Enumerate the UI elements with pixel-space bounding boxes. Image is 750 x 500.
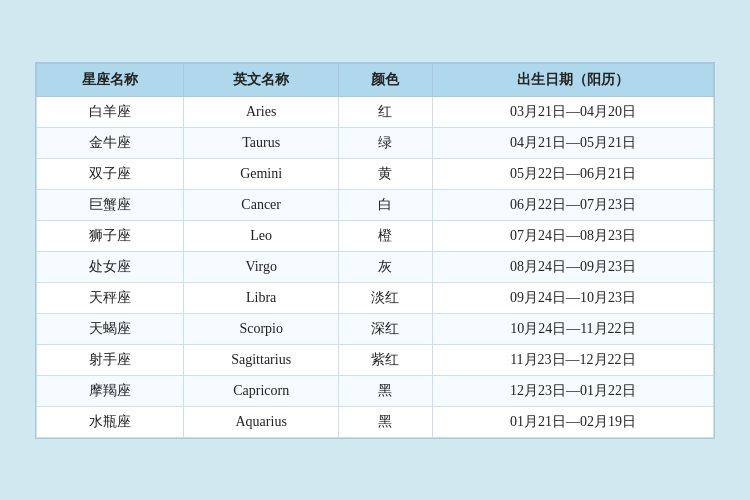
cell-color: 灰 — [339, 251, 433, 282]
table-row: 摩羯座Capricorn黑12月23日—01月22日 — [37, 375, 714, 406]
zodiac-table-container: 星座名称 英文名称 颜色 出生日期（阳历） 白羊座Aries红03月21日—04… — [35, 62, 715, 439]
cell-chinese-name: 水瓶座 — [37, 406, 184, 437]
cell-english-name: Gemini — [184, 158, 339, 189]
header-color: 颜色 — [339, 63, 433, 96]
cell-chinese-name: 天蝎座 — [37, 313, 184, 344]
table-row: 天秤座Libra淡红09月24日—10月23日 — [37, 282, 714, 313]
cell-dates: 10月24日—11月22日 — [432, 313, 713, 344]
cell-dates: 04月21日—05月21日 — [432, 127, 713, 158]
table-row: 双子座Gemini黄05月22日—06月21日 — [37, 158, 714, 189]
table-row: 巨蟹座Cancer白06月22日—07月23日 — [37, 189, 714, 220]
cell-english-name: Libra — [184, 282, 339, 313]
cell-english-name: Virgo — [184, 251, 339, 282]
cell-color: 深红 — [339, 313, 433, 344]
cell-chinese-name: 双子座 — [37, 158, 184, 189]
cell-dates: 06月22日—07月23日 — [432, 189, 713, 220]
cell-dates: 07月24日—08月23日 — [432, 220, 713, 251]
table-header-row: 星座名称 英文名称 颜色 出生日期（阳历） — [37, 63, 714, 96]
table-row: 白羊座Aries红03月21日—04月20日 — [37, 96, 714, 127]
table-row: 处女座Virgo灰08月24日—09月23日 — [37, 251, 714, 282]
zodiac-table: 星座名称 英文名称 颜色 出生日期（阳历） 白羊座Aries红03月21日—04… — [36, 63, 714, 438]
header-english-name: 英文名称 — [184, 63, 339, 96]
cell-chinese-name: 天秤座 — [37, 282, 184, 313]
header-chinese-name: 星座名称 — [37, 63, 184, 96]
cell-english-name: Leo — [184, 220, 339, 251]
cell-color: 紫红 — [339, 344, 433, 375]
cell-english-name: Aries — [184, 96, 339, 127]
cell-english-name: Sagittarius — [184, 344, 339, 375]
cell-english-name: Cancer — [184, 189, 339, 220]
cell-dates: 05月22日—06月21日 — [432, 158, 713, 189]
cell-color: 橙 — [339, 220, 433, 251]
cell-english-name: Aquarius — [184, 406, 339, 437]
cell-chinese-name: 狮子座 — [37, 220, 184, 251]
cell-chinese-name: 金牛座 — [37, 127, 184, 158]
cell-dates: 08月24日—09月23日 — [432, 251, 713, 282]
cell-color: 黑 — [339, 375, 433, 406]
cell-chinese-name: 处女座 — [37, 251, 184, 282]
cell-color: 白 — [339, 189, 433, 220]
cell-chinese-name: 射手座 — [37, 344, 184, 375]
cell-color: 淡红 — [339, 282, 433, 313]
cell-chinese-name: 摩羯座 — [37, 375, 184, 406]
table-body: 白羊座Aries红03月21日—04月20日金牛座Taurus绿04月21日—0… — [37, 96, 714, 437]
cell-english-name: Scorpio — [184, 313, 339, 344]
cell-dates: 01月21日—02月19日 — [432, 406, 713, 437]
table-row: 射手座Sagittarius紫红11月23日—12月22日 — [37, 344, 714, 375]
header-dates: 出生日期（阳历） — [432, 63, 713, 96]
cell-dates: 03月21日—04月20日 — [432, 96, 713, 127]
cell-color: 黄 — [339, 158, 433, 189]
cell-color: 红 — [339, 96, 433, 127]
cell-dates: 11月23日—12月22日 — [432, 344, 713, 375]
cell-chinese-name: 白羊座 — [37, 96, 184, 127]
cell-english-name: Capricorn — [184, 375, 339, 406]
cell-chinese-name: 巨蟹座 — [37, 189, 184, 220]
cell-color: 黑 — [339, 406, 433, 437]
table-row: 天蝎座Scorpio深红10月24日—11月22日 — [37, 313, 714, 344]
cell-dates: 12月23日—01月22日 — [432, 375, 713, 406]
cell-english-name: Taurus — [184, 127, 339, 158]
table-row: 水瓶座Aquarius黑01月21日—02月19日 — [37, 406, 714, 437]
table-row: 狮子座Leo橙07月24日—08月23日 — [37, 220, 714, 251]
cell-dates: 09月24日—10月23日 — [432, 282, 713, 313]
cell-color: 绿 — [339, 127, 433, 158]
table-row: 金牛座Taurus绿04月21日—05月21日 — [37, 127, 714, 158]
